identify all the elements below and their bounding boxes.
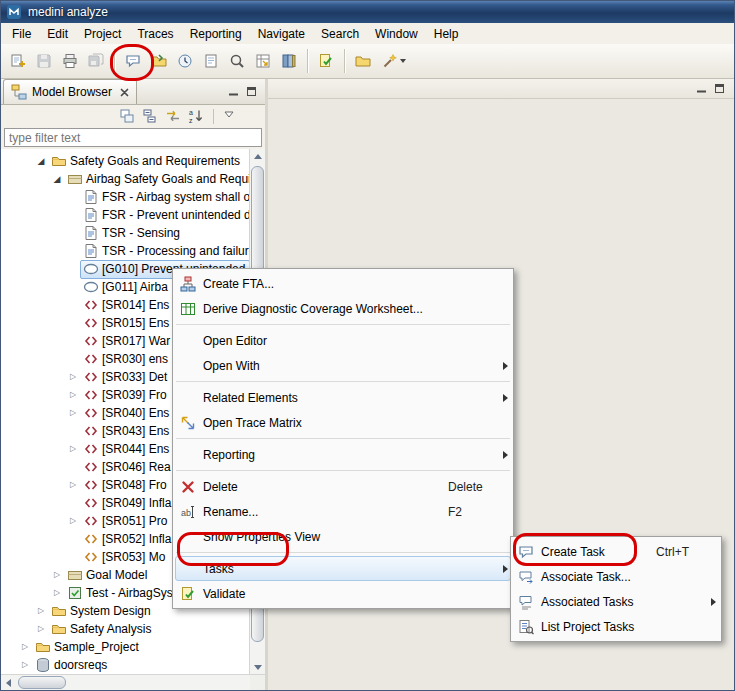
menu-reporting[interactable]: Reporting xyxy=(182,24,250,44)
tree-item-label: [SR015] Ens xyxy=(100,316,171,330)
tree-item-label: [SR033] Det xyxy=(100,370,169,384)
collapsed-twisty-icon[interactable]: ▷ xyxy=(18,638,32,656)
tree-item-safety-analysis[interactable]: ▷Safety Analysis xyxy=(1,620,250,638)
open-task-button[interactable] xyxy=(147,49,171,73)
context-menu-item-derive-diagnostic-coverage-worksheet[interactable]: Derive Diagnostic Coverage Worksheet... xyxy=(175,296,511,321)
tree-item-label: TSR - Sensing xyxy=(100,226,182,240)
scroll-up-icon[interactable] xyxy=(250,149,265,164)
tree-item-tsr-sensing[interactable]: TSR - Sensing xyxy=(1,224,250,242)
print-button[interactable] xyxy=(58,49,82,73)
tree-item-doorsreqs[interactable]: ▷doorsreqs xyxy=(1,656,250,674)
task-history-button[interactable] xyxy=(173,49,197,73)
submenu-item-associated-tasks[interactable]: Associated Tasks xyxy=(513,589,719,614)
create-task-button[interactable] xyxy=(121,49,145,73)
menu-search[interactable]: Search xyxy=(313,24,367,44)
collapsed-twisty-icon[interactable]: ▷ xyxy=(34,620,48,638)
tree-item-safety-goals-and-requirements[interactable]: ◢Safety Goals and Requirements xyxy=(1,152,250,170)
tree-item-content: Goal Model xyxy=(64,566,152,585)
maximize-editor-icon[interactable] xyxy=(713,82,726,95)
view-menu-button[interactable] xyxy=(221,107,241,125)
requirement-icon xyxy=(83,423,99,439)
collapsed-twisty-icon[interactable]: ▷ xyxy=(66,476,80,494)
save-all-button[interactable] xyxy=(84,49,108,73)
collapse-all-button[interactable] xyxy=(140,107,160,125)
context-menu-item-related-elements[interactable]: Related Elements xyxy=(175,385,511,410)
horizontal-scrollbar[interactable] xyxy=(1,674,265,690)
document-icon xyxy=(83,207,99,223)
expanded-twisty-icon[interactable]: ◢ xyxy=(34,152,48,170)
expanded-twisty-icon[interactable]: ◢ xyxy=(50,170,64,188)
submenu-item-create-task[interactable]: Create TaskCtrl+T xyxy=(513,539,719,564)
collapsed-twisty-icon[interactable]: ▷ xyxy=(18,656,32,674)
focus-button[interactable] xyxy=(117,107,137,125)
tree-item-label: [SR051] Pro xyxy=(100,514,169,528)
menu-help[interactable]: Help xyxy=(426,24,467,44)
collapsed-twisty-icon[interactable]: ▷ xyxy=(66,404,80,422)
context-menu: Create FTA...Derive Diagnostic Coverage … xyxy=(172,268,514,609)
tree-item-tsr-processing-and-failure[interactable]: TSR - Processing and failure xyxy=(1,242,250,260)
context-menu-item-open-trace-matrix[interactable]: Open Trace Matrix xyxy=(175,410,511,435)
link-with-editor-icon xyxy=(165,108,181,124)
context-menu-item-tasks[interactable]: Tasks xyxy=(175,556,511,581)
sort-alphabetical-button[interactable]: az xyxy=(186,107,206,125)
open-folder-button[interactable] xyxy=(351,49,375,73)
tree-item-content: [SR039] Fro xyxy=(80,386,172,405)
collapsed-twisty-icon[interactable]: ▷ xyxy=(50,584,64,602)
menu-navigate[interactable]: Navigate xyxy=(250,24,313,44)
context-menu-item-create-fta[interactable]: Create FTA... xyxy=(175,271,511,296)
tree-item-content: [SR043] Ens xyxy=(80,422,174,441)
menu-project[interactable]: Project xyxy=(76,24,129,44)
menu-window[interactable]: Window xyxy=(367,24,426,44)
submenu-item-list-project-tasks[interactable]: List Project Tasks xyxy=(513,614,719,639)
menu-separator xyxy=(176,470,510,471)
link-with-editor-button[interactable] xyxy=(163,107,183,125)
menu-edit[interactable]: Edit xyxy=(39,24,76,44)
scroll-left-icon[interactable] xyxy=(1,675,16,690)
trace-matrix-button[interactable] xyxy=(251,49,275,73)
context-menu-item-open-editor[interactable]: Open Editor xyxy=(175,328,511,353)
collapsed-twisty-icon[interactable]: ▷ xyxy=(66,440,80,458)
minimize-editor-icon[interactable] xyxy=(695,82,708,95)
tree-item-sample-project[interactable]: ▷Sample_Project xyxy=(1,638,250,656)
library-button[interactable] xyxy=(277,49,301,73)
database-icon xyxy=(35,657,51,673)
collapsed-twisty-icon[interactable]: ▷ xyxy=(50,566,64,584)
validate-button[interactable] xyxy=(314,49,338,73)
tree-item-label: [SR017] War xyxy=(100,334,172,348)
save-button[interactable] xyxy=(32,49,56,73)
minimize-view-icon[interactable] xyxy=(227,85,240,98)
library-icon xyxy=(281,53,297,69)
menu-file[interactable]: File xyxy=(4,24,39,44)
submenu-item-associate-task[interactable]: Associate Task... xyxy=(513,564,719,589)
close-icon[interactable] xyxy=(120,88,129,97)
context-menu-item-rename[interactable]: abRename...F2 xyxy=(175,499,511,524)
collapsed-twisty-icon[interactable]: ▷ xyxy=(66,512,80,530)
horizontal-scroll-thumb[interactable] xyxy=(18,676,66,689)
context-menu-item-delete[interactable]: DeleteDelete xyxy=(175,474,511,499)
quick-fix-button[interactable] xyxy=(377,49,411,73)
collapsed-twisty-icon[interactable]: ▷ xyxy=(66,386,80,404)
notes-button[interactable] xyxy=(199,49,223,73)
tree-item-fsr-prevent-unintended-de[interactable]: FSR - Prevent unintended de xyxy=(1,206,250,224)
context-menu-item-reporting[interactable]: Reporting xyxy=(175,442,511,467)
maximize-view-icon[interactable] xyxy=(245,85,258,98)
search-tasks-button[interactable] xyxy=(225,49,249,73)
context-menu-item-open-with[interactable]: Open With xyxy=(175,353,511,378)
tree-item-content: Safety Analysis xyxy=(48,620,156,639)
tree-item-label: [SR040] Ens xyxy=(100,406,171,420)
dropdown-arrow-icon[interactable] xyxy=(400,59,406,63)
context-menu-item-validate[interactable]: Validate xyxy=(175,581,511,606)
tree-item-content: [G011] Airba xyxy=(80,278,173,297)
collapsed-twisty-icon[interactable]: ▷ xyxy=(34,602,48,620)
search-tasks-icon xyxy=(229,53,245,69)
collapsed-twisty-icon[interactable]: ▷ xyxy=(66,368,80,386)
filter-input[interactable] xyxy=(4,128,262,147)
tree-item-airbag-safety-goals-and-require[interactable]: ◢Airbag Safety Goals and Require xyxy=(1,170,250,188)
tab-model-browser[interactable]: Model Browser xyxy=(3,79,137,104)
menu-traces[interactable]: Traces xyxy=(129,24,181,44)
context-menu-item-show-properties-view[interactable]: Show Properties View xyxy=(175,524,511,549)
new-wizard-button[interactable] xyxy=(6,49,30,73)
tree-item-label: [SR014] Ens xyxy=(100,298,171,312)
tree-item-fsr-airbag-system-shall-op[interactable]: FSR - Airbag system shall op xyxy=(1,188,250,206)
scroll-down-icon[interactable] xyxy=(250,660,265,675)
